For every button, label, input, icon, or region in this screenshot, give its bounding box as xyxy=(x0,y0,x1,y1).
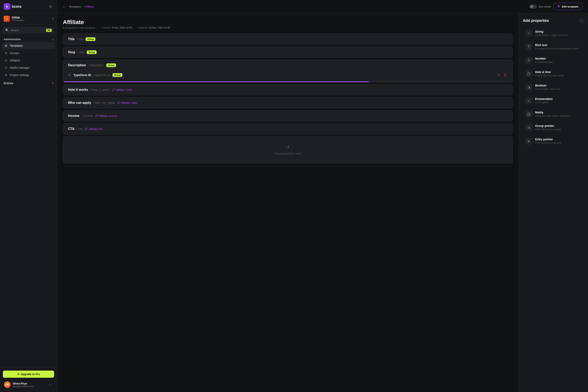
chevron-up-icon: ▴ xyxy=(52,38,53,41)
avatar: OR xyxy=(4,382,11,388)
description-row[interactable]: Description / description String xyxy=(63,60,513,70)
template-created: Created 8 Nov, 2020 12:45 xyxy=(102,26,132,29)
info-icon[interactable]: ⓘ xyxy=(579,18,584,23)
prop-type-desc: A numerical value xyxy=(535,60,581,64)
sidebar-bottom: ☆ Upgrade to Pro OR Olivia Rhye olivia@u… xyxy=(0,368,57,392)
entry-pointer-type-icon: ◈ xyxy=(525,138,532,144)
property-slug: / title xyxy=(77,38,83,41)
typeform-row[interactable]: ✥ Typeform ID / typeform_id String ✎ 🗑 xyxy=(63,70,513,82)
groups-icon: ⧉ xyxy=(4,51,8,55)
created-value: 8 Nov, 2020 12:45 xyxy=(112,26,132,29)
property-info: CTA / cta Affiliate CTA xyxy=(68,127,103,131)
prop-type-boolean[interactable]: ◑ Boolean True or False / Yes or No xyxy=(523,81,584,94)
prop-type-info: Media Add a link to file, image, media f… xyxy=(535,111,581,118)
template-header: Affiliate 8 properties in this template … xyxy=(63,19,513,29)
widgets-icon: ◎ xyxy=(4,58,8,62)
prop-type-name: Boolean xyxy=(535,84,581,87)
dev-mode-switch[interactable] xyxy=(530,4,537,8)
prop-type-enumeration[interactable]: ≡ Enumeration List of options xyxy=(523,94,584,107)
add-properties-sidebar: Add properties ⓘ ✎ String A plain string… xyxy=(519,13,588,392)
property-info: How it works / how_it_works Affiliate Ca… xyxy=(68,88,132,92)
property-card-cta[interactable]: CTA / cta Affiliate CTA xyxy=(63,123,513,134)
upgrade-to-pro-button[interactable]: ☆ Upgrade to Pro xyxy=(3,370,54,378)
prop-type-desc: Point reference to a group xyxy=(535,128,581,131)
property-type-badge: String xyxy=(86,37,95,41)
property-name: CTA xyxy=(68,127,75,131)
search-icon: 🔍 xyxy=(5,28,9,32)
prop-type-number[interactable]: # Number A numerical value xyxy=(523,54,584,67)
home-icon[interactable]: ⌂ xyxy=(63,5,65,8)
prop-type-desc: A plain string, a single line of text xyxy=(535,34,581,37)
rich-text-type-icon: T xyxy=(525,44,532,50)
sidebar-item-media-manager-label: Media manager xyxy=(10,66,30,69)
prop-type-info: Boolean True or False / Yes or No xyxy=(535,84,581,90)
property-card-slug[interactable]: Slug / slug String xyxy=(63,46,513,58)
property-card-title[interactable]: Title / title String xyxy=(63,34,513,45)
prop-type-rich-text[interactable]: T Rich text A content-rich text, for bui… xyxy=(523,40,584,53)
property-card-income[interactable]: Income / income Affiliate Income xyxy=(63,110,513,122)
property-name: How it works xyxy=(68,88,88,92)
property-type-badge-group: Affiliate Income xyxy=(95,114,117,118)
property-card-how-it-works[interactable]: How it works / how_it_works Affiliate Ca… xyxy=(63,84,513,96)
breadcrumb-current: Affiliate xyxy=(85,5,94,8)
property-name: Income xyxy=(68,114,79,118)
sidebar-item-templates[interactable]: ⊞ Templates xyxy=(2,42,55,49)
prop-type-name: Group pointer xyxy=(535,124,581,128)
drag-icon: ↺ xyxy=(286,144,290,150)
prop-type-string[interactable]: ✎ String A plain string, a single line o… xyxy=(523,27,584,40)
workspace-members: 10 members xyxy=(12,19,50,22)
chevron-down-icon: ▾ xyxy=(52,17,53,20)
prop-type-desc: Precise date and time values xyxy=(535,74,581,77)
prop-type-media[interactable]: Media Add a link to file, image, media f… xyxy=(523,108,584,120)
svg-point-5 xyxy=(528,114,529,114)
link-icon xyxy=(95,114,98,117)
property-info: ✥ Typeform ID / typeform_id String xyxy=(68,73,122,77)
drag-area-label: Drag properties here xyxy=(275,152,301,155)
sidebar-item-groups[interactable]: ⧉ Groups xyxy=(2,49,55,57)
prop-type-info: String A plain string, a single line of … xyxy=(535,30,581,37)
property-info: Title / title String xyxy=(68,37,95,41)
logo-text: bcms xyxy=(12,4,22,9)
property-card-who-can-apply[interactable]: Who can apply / who_can_apply Affiliate … xyxy=(63,97,513,108)
prop-type-desc: A content-rich text, for building page c… xyxy=(535,47,581,50)
property-name: Slug xyxy=(68,50,75,54)
prop-type-group-pointer[interactable]: ⧉ Group pointer Point reference to a gro… xyxy=(523,121,584,134)
prop-type-desc: Add a link to file, image, media files xyxy=(535,114,581,118)
property-type-badge-group: Affiliate Cards xyxy=(117,101,138,104)
breadcrumb-sep-2: › xyxy=(83,5,84,8)
link-icon xyxy=(85,128,88,130)
entries-section-header[interactable]: Entries ▾ xyxy=(2,80,55,86)
breadcrumb-templates[interactable]: Templates xyxy=(69,5,81,8)
property-name: Description xyxy=(68,64,86,67)
prop-type-name: Entry pointer xyxy=(535,138,581,141)
sidebar-header: b bcms ⊟ xyxy=(0,0,57,13)
prop-type-name: Enumeration xyxy=(535,97,581,100)
enumeration-type-icon: ≡ xyxy=(525,97,532,104)
topbar: ⌂ › Templates › Affiliate Dev mode ✎ Edi… xyxy=(57,0,588,13)
user-info[interactable]: OR Olivia Rhye olivia@untitledui.com ⋯ xyxy=(3,380,54,389)
chevron-down-icon: ▾ xyxy=(52,82,53,85)
sidebar-item-project-settings[interactable]: ⚙ Project settings xyxy=(2,72,55,79)
topbar-actions: Dev mode ✎ Edit template xyxy=(530,3,582,10)
add-properties-title: Add properties xyxy=(523,18,549,23)
search-bar[interactable]: 🔍 Search ⌘K xyxy=(3,27,54,34)
content-area: Affiliate 8 properties in this template … xyxy=(57,13,588,392)
template-meta: 8 properties in this template Created 8 … xyxy=(63,26,513,29)
workspace-selector[interactable]: 🦊 Gitlab 10 members ▾ xyxy=(0,13,57,24)
drag-handle-icon: ✥ xyxy=(68,73,71,77)
delete-property-button[interactable]: 🗑 xyxy=(503,72,508,78)
sidebar-collapse-button[interactable]: ⊟ xyxy=(48,4,53,10)
prop-type-date-time[interactable]: Date & time Precise date and time values xyxy=(523,68,584,80)
property-type-badge-group: Affiliate CTA xyxy=(85,128,103,130)
user-details: Olivia Rhye olivia@untitledui.com xyxy=(13,382,46,388)
sidebar-item-media-manager[interactable]: ⊡ Media manager xyxy=(2,64,55,72)
sidebar-item-widgets[interactable]: ◎ Widgets xyxy=(2,57,55,64)
workspace-name: Gitlab xyxy=(12,16,50,19)
edit-property-button[interactable]: ✎ xyxy=(496,72,501,78)
edit-template-button[interactable]: ✎ Edit template xyxy=(553,3,582,10)
prop-type-entry-pointer[interactable]: ◈ Entry pointer Point reference to an en… xyxy=(523,135,584,148)
user-menu-button[interactable]: ⋯ xyxy=(48,382,53,388)
drag-drop-area: ↺ Drag properties here xyxy=(63,136,513,164)
administration-section-header[interactable]: Administration ▴ xyxy=(2,36,55,42)
add-properties-header: Add properties ⓘ xyxy=(523,18,584,23)
